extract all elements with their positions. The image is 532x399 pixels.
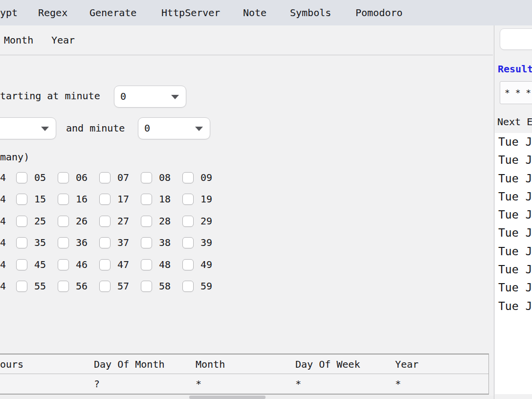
- minute-label-36: 36: [76, 237, 88, 248]
- minute-label-17: 17: [117, 194, 129, 205]
- table-value-row: ?***: [0, 374, 488, 394]
- menu-item-symbols[interactable]: Symbols: [290, 0, 331, 25]
- menu-item-regex[interactable]: Regex: [38, 0, 67, 25]
- minute-checkbox-18[interactable]: [141, 194, 152, 205]
- cron-expression-output[interactable]: * * *: [500, 81, 532, 104]
- execution-row: Tue J: [495, 279, 532, 297]
- minute-label-08: 08: [159, 172, 171, 183]
- table-header-day-of-week: Day Of Week: [295, 355, 360, 374]
- minute-checkbox-36[interactable]: [58, 237, 69, 248]
- minute-label-cut: 4: [0, 237, 6, 248]
- minute-checkbox-48[interactable]: [141, 259, 152, 270]
- minute-grid-row: 43536373839: [0, 237, 493, 249]
- tab-bar: MonthYear: [0, 25, 493, 55]
- cron-generator-panel: tarting at minute 0 and minute 0 many) 4…: [0, 55, 493, 396]
- minute-cell-29: 29: [182, 216, 212, 227]
- minute-checkbox-38[interactable]: [141, 237, 152, 248]
- table-header-row: oursDay Of MonthMonthDay Of WeekYear: [0, 355, 488, 374]
- execution-row: Tue J: [495, 170, 532, 188]
- minute-label-cut: 4: [0, 259, 6, 270]
- minute-cell-17: 17: [99, 194, 129, 205]
- next-executions-list: Tue JTue JTue JTue JTue JTue JTue JTue J…: [495, 133, 532, 394]
- table-header-year: Year: [395, 355, 419, 374]
- minute-checkbox-16[interactable]: [58, 194, 69, 205]
- minute-label-59: 59: [200, 281, 212, 292]
- menu-item-ypt[interactable]: ypt: [0, 0, 18, 25]
- minute-cell-19: 19: [182, 194, 212, 205]
- horizontal-scrollbar[interactable]: [0, 396, 532, 399]
- minute-cell-45: 45: [16, 259, 46, 270]
- execution-row: Tue J: [495, 224, 532, 242]
- minute-label-35: 35: [34, 237, 46, 248]
- execution-row: Tue J: [495, 297, 532, 315]
- minute-label-27: 27: [117, 216, 129, 227]
- minute-grid-row: 41516171819: [0, 194, 493, 205]
- execution-row: Tue J: [495, 261, 532, 279]
- minute-label-cut: 4: [0, 281, 6, 292]
- minute-checkbox-39[interactable]: [182, 237, 194, 248]
- tab-month[interactable]: Month: [4, 25, 33, 55]
- minute-checkbox-grid: 4050607080941516171819425262728294353637…: [0, 55, 493, 396]
- minute-grid-row: 44546474849: [0, 259, 493, 271]
- minute-checkbox-08[interactable]: [141, 172, 152, 183]
- minute-checkbox-15[interactable]: [16, 194, 27, 205]
- minute-checkbox-25[interactable]: [16, 216, 27, 227]
- minute-label-49: 49: [200, 259, 212, 270]
- minute-checkbox-49[interactable]: [182, 259, 194, 270]
- minute-cell-55: 55: [16, 281, 46, 292]
- minute-cell-48: 48: [141, 259, 171, 270]
- scrollbar-thumb[interactable]: [189, 396, 266, 399]
- minute-checkbox-37[interactable]: [99, 237, 111, 248]
- minute-checkbox-06[interactable]: [58, 172, 69, 183]
- execution-row: Tue J: [495, 133, 532, 151]
- minute-checkbox-19[interactable]: [182, 194, 194, 205]
- minute-checkbox-05[interactable]: [16, 172, 27, 183]
- minute-checkbox-07[interactable]: [99, 172, 111, 183]
- table-header-ours: ours: [0, 355, 23, 374]
- minute-label-56: 56: [76, 281, 88, 292]
- minute-checkbox-17[interactable]: [99, 194, 111, 205]
- minute-label-05: 05: [34, 172, 46, 183]
- table-header-day-of-month: Day Of Month: [94, 355, 165, 374]
- minute-cell-35: 35: [16, 237, 46, 248]
- minute-cell-26: 26: [58, 216, 88, 227]
- execution-row: Tue J: [495, 206, 532, 224]
- minute-label-57: 57: [117, 281, 129, 292]
- menu-item-httpserver[interactable]: HttpServer: [161, 0, 220, 25]
- minute-checkbox-56[interactable]: [58, 281, 69, 292]
- minute-label-28: 28: [159, 216, 171, 227]
- table-value-2: *: [196, 374, 201, 394]
- minute-cell-09: 09: [182, 172, 212, 183]
- menu-item-generate[interactable]: Generate: [89, 0, 136, 25]
- minute-checkbox-09[interactable]: [182, 172, 194, 183]
- minute-label-15: 15: [34, 194, 46, 205]
- panel-top-button[interactable]: [500, 28, 532, 50]
- minute-cell-06: 06: [58, 172, 88, 183]
- minute-checkbox-58[interactable]: [141, 281, 152, 292]
- minute-cell-18: 18: [141, 194, 171, 205]
- minute-checkbox-46[interactable]: [58, 259, 69, 270]
- table-value-3: *: [295, 374, 301, 394]
- minute-cell-49: 49: [182, 259, 212, 270]
- next-executions-label: Next E: [497, 115, 532, 129]
- minute-label-48: 48: [159, 259, 171, 270]
- minute-checkbox-28[interactable]: [141, 216, 152, 227]
- minute-checkbox-59[interactable]: [182, 281, 194, 292]
- minute-checkbox-27[interactable]: [99, 216, 111, 227]
- minute-checkbox-45[interactable]: [16, 259, 27, 270]
- menu-item-note[interactable]: Note: [243, 0, 266, 25]
- minute-label-45: 45: [34, 259, 46, 270]
- minute-label-38: 38: [159, 237, 171, 248]
- minute-checkbox-55[interactable]: [16, 281, 27, 292]
- minute-checkbox-47[interactable]: [99, 259, 111, 270]
- minute-checkbox-26[interactable]: [58, 216, 69, 227]
- minute-checkbox-35[interactable]: [16, 237, 27, 248]
- minute-checkbox-57[interactable]: [99, 281, 111, 292]
- result-label: Result: [498, 63, 532, 76]
- minute-label-18: 18: [159, 194, 171, 205]
- menubar: yptRegexGenerateHttpServerNoteSymbolsPom…: [0, 0, 532, 25]
- menu-item-pomodoro[interactable]: Pomodoro: [355, 0, 402, 25]
- minute-checkbox-29[interactable]: [182, 216, 194, 227]
- tab-year[interactable]: Year: [51, 25, 75, 55]
- execution-row: Tue J: [495, 188, 532, 206]
